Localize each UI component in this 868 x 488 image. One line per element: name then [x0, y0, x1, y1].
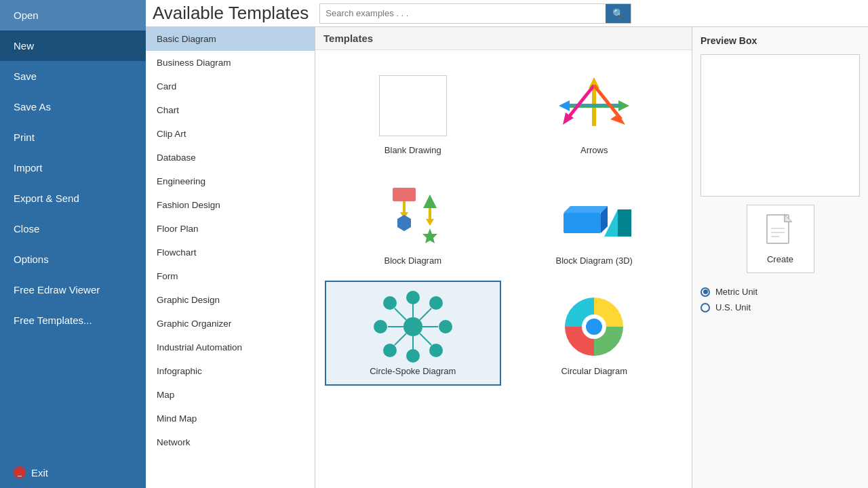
category-item-clip-art[interactable]: Clip Art — [146, 122, 315, 146]
preview-box — [701, 54, 860, 197]
svg-point-29 — [439, 320, 452, 333]
unit-label-metric: Metric Unit — [715, 287, 757, 297]
svg-point-37 — [374, 320, 387, 333]
sidebar-item-close[interactable]: Close — [0, 214, 146, 244]
header: Available Templates 🔍 — [146, 0, 868, 27]
template-item-arrows[interactable]: Arrows — [507, 60, 683, 165]
category-item-infographic[interactable]: Infographic — [146, 359, 315, 383]
svg-line-8 — [594, 85, 621, 119]
template-thumb-blank-drawing — [372, 72, 454, 140]
search-box: 🔍 — [319, 3, 631, 24]
category-item-map[interactable]: Map — [146, 383, 315, 407]
svg-marker-9 — [610, 114, 625, 125]
main-content: Available Templates 🔍 Basic DiagramBusin… — [146, 0, 868, 488]
template-item-block-diagram-3d[interactable]: Block Diagram (3D) — [507, 170, 683, 275]
category-item-industrial-automation[interactable]: Industrial Automation — [146, 336, 315, 359]
unit-option-metric[interactable]: Metric Unit — [701, 287, 860, 297]
svg-marker-16 — [426, 219, 434, 226]
svg-point-41 — [586, 319, 602, 335]
template-thumb-block-diagram — [372, 182, 454, 250]
template-label-block-diagram-3d: Block Diagram (3D) — [556, 256, 633, 266]
document-icon — [766, 214, 795, 250]
radio-us — [701, 303, 710, 312]
search-button[interactable]: 🔍 — [606, 4, 631, 23]
template-label-arrows: Arrows — [580, 145, 608, 155]
sidebar-item-free-edraw[interactable]: Free Edraw Viewer — [0, 274, 146, 305]
svg-point-33 — [406, 349, 420, 363]
category-item-flowchart[interactable]: Flowchart — [146, 241, 315, 264]
category-item-graphic-organizer[interactable]: Graphic Organizer — [146, 312, 315, 336]
sidebar-item-options[interactable]: Options — [0, 244, 146, 274]
create-button[interactable]: Create — [747, 205, 814, 273]
svg-marker-14 — [423, 195, 437, 208]
sidebar-item-exit[interactable]: ⎯Exit — [0, 457, 146, 488]
sidebar-item-save[interactable]: Save — [0, 61, 146, 92]
exit-label: Exit — [31, 467, 48, 479]
svg-point-39 — [383, 296, 397, 310]
category-item-mind-map[interactable]: Mind Map — [146, 407, 315, 430]
svg-line-34 — [395, 333, 406, 345]
sidebar-item-new[interactable]: New — [0, 30, 146, 61]
search-input[interactable] — [320, 5, 606, 22]
category-item-floor-plan[interactable]: Floor Plan — [146, 217, 315, 241]
templates-grid: Blank Drawing Arrows Bloc — [315, 50, 692, 395]
svg-point-27 — [429, 296, 443, 310]
template-item-block-diagram[interactable]: Block Diagram — [325, 170, 501, 275]
category-item-basic-diagram[interactable]: Basic Diagram — [146, 27, 315, 51]
sidebar: OpenNewSaveSave AsPrintImportExport & Se… — [0, 0, 146, 488]
svg-marker-5 — [559, 100, 570, 111]
sidebar-item-export-send[interactable]: Export & Send — [0, 183, 146, 214]
svg-line-6 — [567, 85, 594, 119]
svg-marker-19 — [564, 206, 608, 213]
template-thumb-block-diagram-3d — [553, 182, 635, 250]
body: Basic DiagramBusiness DiagramCardChartCl… — [146, 27, 868, 488]
svg-point-35 — [383, 344, 397, 357]
sidebar-item-import[interactable]: Import — [0, 152, 146, 183]
unit-option-us[interactable]: U.S. Unit — [701, 302, 860, 312]
sidebar-item-open[interactable]: Open — [0, 0, 146, 30]
template-label-circular-diagram: Circular Diagram — [561, 366, 627, 376]
svg-rect-18 — [564, 213, 601, 233]
svg-rect-10 — [393, 188, 416, 201]
category-item-graphic-design[interactable]: Graphic Design — [146, 288, 315, 312]
preview-panel: Preview Box Create — [692, 27, 868, 488]
category-item-fashion-design[interactable]: Fashion Design — [146, 193, 315, 217]
category-list: Basic DiagramBusiness DiagramCardChartCl… — [146, 27, 315, 488]
create-label: Create — [767, 254, 793, 264]
svg-point-31 — [429, 344, 443, 357]
svg-line-30 — [420, 333, 431, 345]
blank-thumb — [379, 75, 447, 136]
templates-header: Templates — [315, 27, 692, 50]
template-thumb-circle-spoke-diagram — [372, 293, 454, 361]
svg-point-23 — [403, 317, 422, 336]
category-item-network[interactable]: Network — [146, 430, 315, 454]
svg-line-26 — [420, 308, 431, 320]
svg-marker-22 — [618, 209, 631, 237]
category-item-engineering[interactable]: Engineering — [146, 169, 315, 193]
template-thumb-arrows — [553, 72, 635, 140]
svg-marker-17 — [422, 228, 437, 243]
unit-label-us: U.S. Unit — [715, 302, 751, 312]
sidebar-item-save-as[interactable]: Save As — [0, 92, 146, 122]
template-thumb-circular-diagram — [553, 293, 635, 361]
template-label-circle-spoke-diagram: Circle-Spoke Diagram — [370, 366, 456, 376]
svg-line-38 — [395, 308, 406, 320]
category-item-card[interactable]: Card — [146, 75, 315, 98]
template-item-blank-drawing[interactable]: Blank Drawing — [325, 60, 501, 165]
unit-options: Metric UnitU.S. Unit — [701, 281, 860, 312]
category-item-database[interactable]: Database — [146, 146, 315, 169]
template-item-circle-spoke-diagram[interactable]: Circle-Spoke Diagram — [325, 281, 501, 386]
sidebar-item-print[interactable]: Print — [0, 122, 146, 152]
preview-title: Preview Box — [701, 35, 860, 46]
template-label-block-diagram: Block Diagram — [384, 256, 441, 266]
category-item-chart[interactable]: Chart — [146, 98, 315, 122]
sidebar-item-free-templates[interactable]: Free Templates... — [0, 305, 146, 336]
template-item-circular-diagram[interactable]: Circular Diagram — [507, 281, 683, 386]
template-label-blank-drawing: Blank Drawing — [384, 145, 441, 155]
svg-point-25 — [406, 291, 420, 304]
category-item-business-diagram[interactable]: Business Diagram — [146, 51, 315, 75]
category-panel: Basic DiagramBusiness DiagramCardChartCl… — [146, 27, 315, 488]
category-item-form[interactable]: Form — [146, 264, 315, 288]
exit-icon: ⎯ — [14, 466, 26, 479]
page-title: Available Templates — [153, 3, 309, 24]
